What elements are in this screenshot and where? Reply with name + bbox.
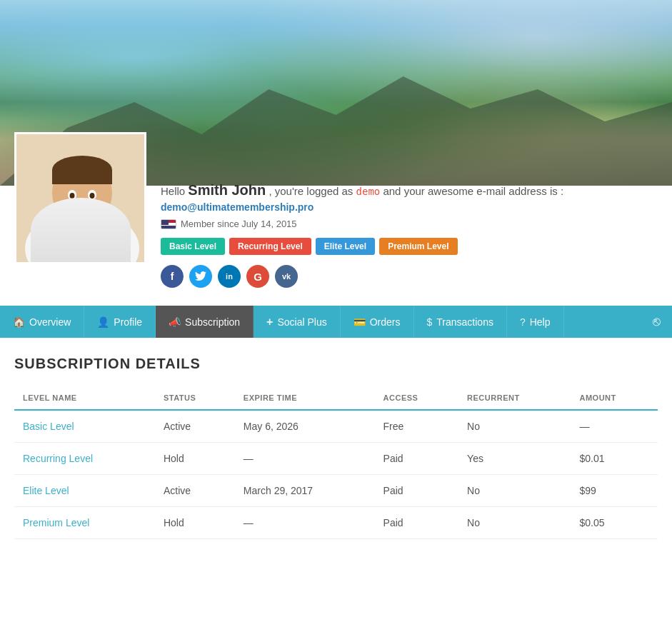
tab-transactions[interactable]: $ Transactions — [414, 306, 507, 338]
email-intro-text: and your awesome e-mail address is : — [383, 185, 563, 197]
basic-level-link[interactable]: Basic Level — [23, 421, 74, 432]
cell-premium-expire: — — [235, 507, 375, 539]
svg-rect-5 — [52, 170, 112, 184]
hello-prefix: Hello — [161, 185, 185, 197]
table-row: Elite Level Active March 29, 2017 Paid N… — [14, 475, 658, 507]
plus-icon: + — [266, 316, 273, 328]
cell-basic-access: Free — [375, 410, 459, 443]
facebook-icon[interactable]: f — [161, 265, 184, 288]
cell-basic-amount: — — [571, 410, 658, 443]
cell-elite-level-name: Elite Level — [14, 475, 155, 507]
svg-rect-0 — [16, 134, 144, 262]
tab-help[interactable]: ? Help — [507, 306, 564, 338]
logout-icon: ⎋ — [653, 314, 661, 329]
cell-basic-level-name: Basic Level — [14, 410, 155, 443]
col-access: ACCESS — [375, 386, 459, 410]
help-icon: ? — [520, 316, 526, 328]
cell-elite-amount: $99 — [571, 475, 658, 507]
home-icon: 🏠 — [13, 316, 25, 328]
tab-orders[interactable]: 💳 Orders — [341, 306, 414, 338]
subscription-section-title: SUBSCRIPTION DETAILS — [14, 356, 658, 372]
table-row: Recurring Level Hold — Paid Yes $0.01 — [14, 443, 658, 475]
table-row: Premium Level Hold — Paid No $0.05 — [14, 507, 658, 539]
cell-premium-level-name: Premium Level — [14, 507, 155, 539]
col-amount: AMOUNT — [571, 386, 658, 410]
col-recurrent: RECURRENT — [458, 386, 571, 410]
cell-basic-expire: May 6, 2026 — [235, 410, 375, 443]
tab-subscription-label: Subscription — [185, 316, 240, 328]
tab-social-plus[interactable]: + Social Plus — [254, 306, 341, 338]
cell-recurring-access: Paid — [375, 443, 459, 475]
tab-profile[interactable]: 👤 Profile — [84, 306, 156, 338]
orders-icon: 💳 — [353, 316, 366, 328]
svg-point-1 — [25, 209, 139, 262]
cell-basic-status: Active — [155, 410, 235, 443]
cell-basic-recurrent: No — [458, 410, 571, 443]
cell-premium-access: Paid — [375, 507, 459, 539]
badge-basic-level[interactable]: Basic Level — [161, 238, 225, 255]
recurring-level-link[interactable]: Recurring Level — [23, 453, 93, 464]
google-icon[interactable]: G — [246, 265, 269, 288]
badge-recurring-level[interactable]: Recurring Level — [229, 238, 311, 255]
member-since: Member since July 14, 2015 — [161, 219, 658, 229]
member-since-text: Member since July 14, 2015 — [181, 219, 297, 229]
level-badges: Basic Level Recurring Level Elite Level … — [161, 238, 658, 255]
premium-level-link[interactable]: Premium Level — [23, 517, 89, 528]
twitter-icon[interactable] — [189, 265, 212, 288]
us-flag-icon — [161, 219, 176, 229]
avatar-container — [14, 132, 146, 264]
badge-elite-level[interactable]: Elite Level — [316, 238, 375, 255]
megaphone-icon: 📣 — [169, 316, 181, 328]
cell-recurring-status: Hold — [155, 443, 235, 475]
cell-recurring-recurrent: Yes — [458, 443, 571, 475]
person-icon: 👤 — [97, 316, 109, 328]
svg-rect-2 — [72, 206, 93, 227]
tab-help-label: Help — [530, 316, 551, 328]
logout-button[interactable]: ⎋ — [641, 306, 672, 338]
profile-greeting: Hello Smith John , you're logged as demo… — [161, 182, 658, 199]
email-address: demo@ultimatemembership.pro — [161, 201, 314, 213]
vk-icon[interactable]: vk — [275, 265, 298, 288]
table-header: LEVEL NAME STATUS EXPIRE TIME ACCESS REC… — [14, 386, 658, 410]
dollar-icon: $ — [427, 316, 433, 328]
cell-premium-status: Hold — [155, 507, 235, 539]
cell-recurring-amount: $0.01 — [571, 443, 658, 475]
svg-point-8 — [70, 193, 75, 199]
cell-elite-status: Active — [155, 475, 235, 507]
tab-orders-label: Orders — [370, 316, 401, 328]
table-row: Basic Level Active May 6, 2026 Free No — — [14, 410, 658, 443]
cell-elite-access: Paid — [375, 475, 459, 507]
profile-info: Hello Smith John , you're logged as demo… — [161, 175, 658, 288]
nav-tabs: 🏠 Overview 👤 Profile 📣 Subscription + So… — [0, 306, 672, 338]
cell-premium-recurrent: No — [458, 507, 571, 539]
col-expire-time: EXPIRE TIME — [235, 386, 375, 410]
table-header-row: LEVEL NAME STATUS EXPIRE TIME ACCESS REC… — [14, 386, 658, 410]
elite-level-link[interactable]: Elite Level — [23, 485, 69, 496]
tab-transactions-label: Transactions — [436, 316, 493, 328]
logged-as-text: , you're logged as — [269, 185, 353, 197]
subscription-table: LEVEL NAME STATUS EXPIRE TIME ACCESS REC… — [14, 386, 658, 539]
svg-point-10 — [79, 199, 85, 206]
linkedin-icon[interactable]: in — [218, 265, 241, 288]
table-body: Basic Level Active May 6, 2026 Free No —… — [14, 410, 658, 539]
tab-subscription[interactable]: 📣 Subscription — [156, 306, 254, 338]
col-level-name: LEVEL NAME — [14, 386, 155, 410]
tab-overview[interactable]: 🏠 Overview — [0, 306, 84, 338]
cell-premium-amount: $0.05 — [571, 507, 658, 539]
cell-recurring-level-name: Recurring Level — [14, 443, 155, 475]
cell-recurring-expire: — — [235, 443, 375, 475]
svg-point-9 — [90, 193, 95, 199]
tab-social-plus-label: Social Plus — [277, 316, 326, 328]
profile-email: demo@ultimatemembership.pro — [161, 201, 658, 213]
badge-premium-level[interactable]: Premium Level — [379, 238, 457, 255]
col-status: STATUS — [155, 386, 235, 410]
cell-elite-recurrent: No — [458, 475, 571, 507]
social-icons: f in G vk — [161, 265, 658, 288]
cell-elite-expire: March 29, 2017 — [235, 475, 375, 507]
tab-overview-label: Overview — [29, 316, 71, 328]
main-content: SUBSCRIPTION DETAILS LEVEL NAME STATUS E… — [0, 338, 672, 557]
profile-name: Smith John — [188, 182, 266, 198]
demo-label: demo — [356, 186, 381, 197]
tab-profile-label: Profile — [114, 316, 142, 328]
profile-section: Hello Smith John , you're logged as demo… — [0, 164, 672, 295]
